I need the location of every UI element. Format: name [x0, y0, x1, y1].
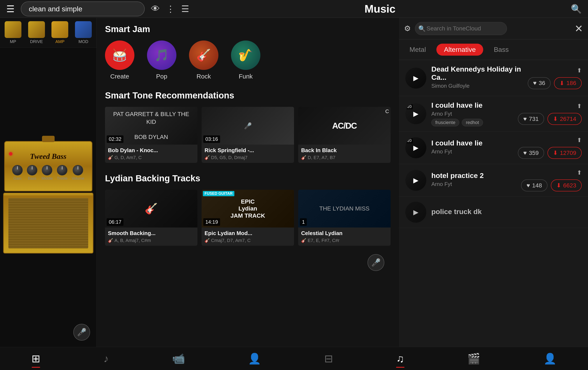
effect-item-amp[interactable]: AMP — [49, 21, 71, 44]
tone-item-2: ▶ 20 I could have lie Arno Fyt fruscient… — [399, 96, 588, 132]
tone-title-2: I could have lie — [431, 101, 513, 109]
jam-rock[interactable]: 🎸 Rock — [189, 41, 218, 80]
search-icon[interactable]: 🔍 — [571, 4, 582, 14]
effect-label-mp: MP — [10, 39, 16, 44]
tone-tag-redhot[interactable]: redhot — [462, 119, 483, 126]
filter-icon[interactable]: ⚙ — [404, 24, 411, 33]
download-count-1: 186 — [566, 80, 576, 86]
knob-treble[interactable] — [57, 165, 67, 175]
tone-thumb-1: ▶ — [405, 68, 426, 89]
tone-thumb-3: ▶ 20 — [405, 137, 426, 158]
tone-title-4: hotel practice 2 — [431, 172, 516, 180]
more-options-icon[interactable]: ⋮ — [166, 4, 175, 14]
play-overlay-1[interactable]: ▶ — [405, 68, 426, 89]
effect-item-mp[interactable]: MP — [2, 21, 24, 44]
action-btns-1: ♥ 36 ⬇ 186 — [528, 77, 582, 89]
effect-item-mod[interactable]: MOD — [73, 21, 94, 44]
left-panel: MP DRIVE AMP MOD Tweed Bass — [0, 18, 97, 347]
rig-icon-2: ⊟ — [324, 353, 333, 365]
download-count-3: 12709 — [560, 150, 576, 156]
main-search-input[interactable] — [21, 1, 145, 16]
jam-funk[interactable]: 🎷 Funk — [231, 41, 260, 80]
video-card-epic[interactable]: FUSED GUITAR EPICLydianJAM TRACK 14:19 E… — [202, 190, 294, 246]
video-card-dylan[interactable]: PAT GARRETT & BILLY THE KIDBOB DYLAN 02:… — [105, 107, 197, 163]
nav-music-center[interactable]: ♫ — [384, 353, 417, 365]
close-button[interactable]: ✕ — [575, 23, 583, 34]
video-chords-smooth: 🎸 A, B, Amaj7, C#m — [108, 238, 194, 243]
share-button-3[interactable]: ⬆ — [577, 137, 582, 144]
jam-create[interactable]: 🥁 Create — [105, 41, 134, 80]
rig-icon: ⊞ — [32, 353, 40, 365]
tone-title-1: Dead Kennedys Holiday in Ca... — [431, 65, 523, 82]
nav-rig2[interactable]: ⊟ — [312, 353, 346, 365]
video-chords-springfield: 🎸 D5, G5, D, Dmaj7 — [205, 155, 291, 160]
tone-tag-frusciente[interactable]: frusciente — [431, 119, 459, 126]
tone-info-4: hotel practice 2 Arno Fyt — [431, 172, 516, 189]
like-button-1[interactable]: ♥ 36 — [528, 77, 551, 89]
tonecloud-search-input[interactable] — [415, 22, 507, 35]
acdc-logo: AC/DC — [332, 121, 357, 131]
knob-label-volume: Volume — [72, 176, 84, 181]
acdc-overlay: AC/DC — [298, 107, 391, 144]
list-icon[interactable]: ☰ — [181, 4, 189, 14]
download-count-2: 26714 — [560, 116, 576, 122]
jam-circle-create: 🥁 — [105, 41, 134, 70]
knob-volume[interactable] — [73, 165, 83, 175]
eye-icon[interactable]: 👁 — [151, 4, 160, 14]
video-card-springfield[interactable]: 🎤 03:16 Rick Springfield -... 🎸 D5, G5, … — [202, 107, 294, 163]
video-icon-left: 📹 — [172, 353, 185, 365]
video-card-acdc[interactable]: AC/DC C Back In Black 🎸 D, E7, A7, B7 — [298, 107, 391, 163]
amp-handle — [42, 136, 55, 142]
effect-item-drive[interactable]: DRIVE — [26, 21, 47, 44]
action-btns-3: ♥ 359 ⬇ 12709 — [518, 147, 582, 159]
nav-rig[interactable]: ⊞ — [19, 353, 53, 365]
video-card-smooth[interactable]: 🎸 06:17 Smooth Backing... 🎸 A, B, Amaj7,… — [105, 190, 197, 246]
springfield-thumb-text: 🎤 — [240, 118, 256, 134]
genre-tab-bass[interactable]: Bass — [490, 44, 513, 56]
video-card-lydian[interactable]: THE LYDIAN MISS 1 Celestial Lydian 🎸 E7,… — [298, 190, 391, 246]
knob-gain[interactable] — [12, 165, 23, 175]
center-bottom-spacer: 🎤 — [105, 256, 391, 273]
mic-button[interactable]: 🎤 — [73, 324, 90, 341]
genre-tab-alternative[interactable]: Alternative — [436, 44, 483, 56]
like-button-4[interactable]: ♥ 148 — [521, 179, 547, 191]
music-icon-left: ♪ — [104, 353, 109, 365]
download-button-4[interactable]: ⬇ 6623 — [551, 179, 582, 191]
knob-middle[interactable] — [42, 165, 52, 175]
share-button-1[interactable]: ⬆ — [577, 67, 582, 74]
main-layout: MP DRIVE AMP MOD Tweed Bass — [0, 18, 588, 347]
genre-tab-metal[interactable]: Metal — [405, 44, 430, 56]
download-button-3[interactable]: ⬇ 12709 — [547, 147, 582, 159]
knob-label-gain: Gain — [13, 176, 21, 181]
tone-list: ▶ Dead Kennedys Holiday in Ca... Simon G… — [399, 60, 588, 347]
tone-thumb-5: ▶ — [405, 202, 426, 223]
tone-tags-2: frusciente redhot — [431, 119, 513, 126]
nav-video-center[interactable]: 🎬 — [455, 353, 493, 365]
nav-video-left[interactable]: 📹 — [159, 353, 198, 365]
knob-bass[interactable] — [27, 165, 37, 175]
knob-group-gain: Gain — [12, 165, 23, 181]
video-info-smooth: Smooth Backing... 🎸 A, B, Amaj7, C#m — [105, 227, 197, 246]
video-chords-epic: 🎸 Cmaj7, D7, Am7, C — [205, 238, 291, 243]
jam-pop[interactable]: 🎵 Pop — [147, 41, 176, 80]
tone-thumb-4: ▶ — [405, 170, 426, 191]
like-button-2[interactable]: ♥ 731 — [518, 113, 544, 125]
center-mic-button[interactable]: 🎤 — [368, 254, 384, 271]
play-overlay-5[interactable]: ▶ — [405, 202, 426, 223]
share-button-2[interactable]: ⬆ — [577, 103, 582, 110]
menu-icon[interactable]: ☰ — [6, 4, 14, 14]
download-button-2[interactable]: ⬇ 26714 — [547, 113, 582, 125]
tone-actions-1: ⬆ ♥ 36 ⬇ 186 — [528, 67, 582, 89]
jam-circle-pop: 🎵 — [147, 41, 176, 70]
nav-music-left[interactable]: ♪ — [91, 353, 121, 365]
play-overlay-4[interactable]: ▶ — [405, 170, 426, 191]
nav-profile-center[interactable]: 👤 — [531, 353, 569, 365]
share-button-4[interactable]: ⬆ — [577, 169, 582, 176]
tone-num-3: 20 — [406, 138, 413, 143]
chord-icon-4: 🎸 — [108, 238, 113, 243]
center-panel: Smart Jam 🥁 Create 🎵 Pop 🎸 Rock 🎷 Funk — [97, 18, 399, 347]
nav-profile-left[interactable]: 👤 — [235, 353, 274, 365]
video-thumb-smooth: 🎸 06:17 — [105, 190, 197, 227]
like-button-3[interactable]: ♥ 359 — [518, 147, 544, 159]
download-button-1[interactable]: ⬇ 186 — [554, 77, 582, 89]
